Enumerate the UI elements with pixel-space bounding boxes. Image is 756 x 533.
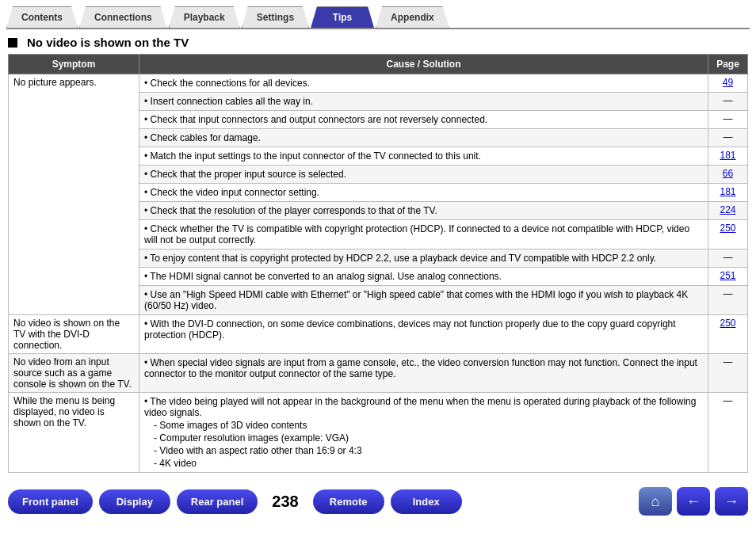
- front-panel-button[interactable]: Front panel: [8, 489, 93, 514]
- page-cell[interactable]: 181: [708, 147, 748, 166]
- symptom-cell-1: No video is shown on the TV with the DVI…: [9, 315, 139, 354]
- page-cell[interactable]: 251: [708, 268, 748, 286]
- bottom-nav-left: Front panel Display Rear panel 238 Remot…: [8, 489, 462, 514]
- cause-cell: With the DVI-D connection, on some devic…: [139, 315, 708, 354]
- page-cell[interactable]: 250: [708, 315, 748, 354]
- tab-settings[interactable]: Settings: [242, 6, 309, 28]
- cause-item: The video being played will not appear i…: [144, 395, 703, 419]
- page-cell[interactable]: 66: [708, 166, 748, 184]
- cause-item: Insert connection cables all the way in.: [144, 95, 703, 108]
- display-button[interactable]: Display: [99, 489, 170, 514]
- cause-cell: When special video signals are input fro…: [139, 354, 708, 393]
- sub-cause-item: Some images of 3D video contents: [154, 419, 703, 432]
- page-cell: —: [708, 129, 748, 147]
- page-cell: —: [708, 93, 748, 111]
- tab-connections[interactable]: Connections: [79, 6, 167, 28]
- symptom-cell-2: No video from an input source such as a …: [9, 354, 139, 393]
- cause-cell: The HDMI signal cannot be converted to a…: [139, 268, 708, 286]
- sub-cause-item: Video with an aspect ratio other than 16…: [154, 444, 703, 457]
- cause-item: Check cables for damage.: [144, 131, 703, 144]
- bottom-nav-right: ⌂ ← →: [639, 487, 748, 516]
- symptom-cell-0: No picture appears.: [9, 74, 139, 315]
- tab-navigation: Contents Connections Playback Settings T…: [0, 0, 756, 28]
- cause-cell: To enjoy content that is copyright prote…: [139, 249, 708, 268]
- table-row: While the menu is being displayed, no vi…: [9, 393, 748, 473]
- cause-cell: The video being played will not appear i…: [139, 393, 708, 473]
- cause-cell: Check whether the TV is compatible with …: [139, 220, 708, 249]
- home-icon: ⌂: [651, 493, 660, 510]
- cause-item: Match the input settings to the input co…: [144, 150, 703, 162]
- page-cell: —: [708, 393, 748, 473]
- back-button[interactable]: ←: [677, 487, 710, 516]
- forward-button[interactable]: →: [715, 487, 748, 516]
- page-cell: —: [708, 249, 748, 268]
- page-cell[interactable]: 250: [708, 220, 748, 249]
- tab-playback[interactable]: Playback: [169, 6, 240, 28]
- section-title: No video is shown on the TV: [27, 36, 189, 49]
- page-cell: —: [708, 354, 748, 393]
- table-row: No picture appears.Check the connections…: [9, 74, 748, 93]
- page-cell: —: [708, 111, 748, 129]
- main-content: No video is shown on the TV Symptom Caus…: [0, 29, 756, 473]
- cause-item: Check that the resolution of the player …: [144, 204, 703, 217]
- page-cell[interactable]: 49: [708, 74, 748, 93]
- tab-contents[interactable]: Contents: [6, 6, 78, 28]
- page-cell[interactable]: 181: [708, 184, 748, 202]
- page-number: 238: [272, 493, 298, 511]
- remote-button[interactable]: Remote: [313, 489, 384, 514]
- cause-item: When special video signals are input fro…: [144, 356, 703, 380]
- tab-tips[interactable]: Tips: [311, 6, 374, 28]
- cause-item: Check that the proper input source is se…: [144, 168, 703, 181]
- cause-item: Check the video input connector setting.: [144, 186, 703, 199]
- index-button[interactable]: Index: [391, 489, 462, 514]
- cause-item: The HDMI signal cannot be converted to a…: [144, 270, 703, 283]
- cause-cell: Insert connection cables all the way in.: [139, 93, 708, 111]
- col-header-cause: Cause / Solution: [139, 55, 708, 74]
- table-row: No video is shown on the TV with the DVI…: [9, 315, 748, 354]
- section-header: No video is shown on the TV: [8, 36, 748, 49]
- cause-cell: Check the connections for all devices.: [139, 74, 708, 93]
- bottom-navigation: Front panel Display Rear panel 238 Remot…: [0, 479, 756, 520]
- home-button[interactable]: ⌂: [639, 487, 672, 516]
- section-bullet: [8, 38, 17, 48]
- forward-icon: →: [724, 493, 739, 510]
- cause-cell: Check the video input connector setting.: [139, 184, 708, 202]
- cause-cell: Check cables for damage.: [139, 129, 708, 147]
- cause-cell: Check that the resolution of the player …: [139, 202, 708, 220]
- cause-item: To enjoy content that is copyright prote…: [144, 252, 703, 265]
- cause-cell: Match the input settings to the input co…: [139, 147, 708, 166]
- cause-item: Use an "High Speed HDMI cable with Ether…: [144, 288, 703, 312]
- cause-item: Check whether the TV is compatible with …: [144, 223, 703, 246]
- page-cell[interactable]: 224: [708, 202, 748, 220]
- main-table: Symptom Cause / Solution Page No picture…: [8, 54, 748, 473]
- cause-item: With the DVI-D connection, on some devic…: [144, 318, 703, 341]
- cause-cell: Use an "High Speed HDMI cable with Ether…: [139, 286, 708, 315]
- col-header-symptom: Symptom: [9, 55, 139, 74]
- rear-panel-button[interactable]: Rear panel: [177, 489, 258, 514]
- cause-cell: Check that input connectors and output c…: [139, 111, 708, 129]
- sub-cause-item: 4K video: [154, 457, 703, 470]
- page-cell: —: [708, 286, 748, 315]
- back-icon: ←: [686, 493, 701, 510]
- table-header-row: Symptom Cause / Solution Page: [9, 55, 748, 74]
- symptom-cell-3: While the menu is being displayed, no vi…: [9, 393, 139, 473]
- cause-item: Check the connections for all devices.: [144, 77, 703, 89]
- sub-cause-item: Computer resolution images (example: VGA…: [154, 432, 703, 444]
- cause-item: Check that input connectors and output c…: [144, 113, 703, 126]
- col-header-page: Page: [708, 55, 748, 74]
- tab-appendix[interactable]: Appendix: [376, 6, 449, 28]
- cause-cell: Check that the proper input source is se…: [139, 166, 708, 184]
- table-row: No video from an input source such as a …: [9, 354, 748, 393]
